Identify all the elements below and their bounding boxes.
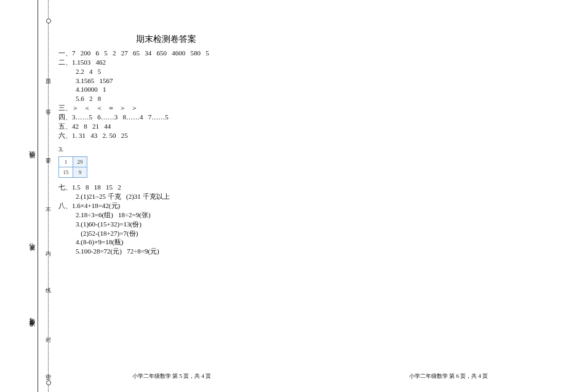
grid-r2c1: 15	[59, 167, 73, 178]
footer-right: 小学二年级数学 第 6 页，共 4 页	[409, 372, 488, 380]
answer-line-5: 4.10000 1	[58, 85, 305, 94]
answer-line-1: 一、7 200 6 5 2 27 65 34 650 4600 580 5	[58, 49, 305, 58]
solid-divider	[38, 0, 38, 392]
punch-circle-bottom	[46, 380, 51, 385]
answer-line-3: 2.2 4 5	[58, 67, 305, 76]
answer-line-7: 三、＞ ＜ ＜ ＝ ＞ ＞	[58, 103, 305, 113]
page-title: 期末检测卷答案	[58, 34, 274, 45]
margin-hint-5: 内	[44, 246, 52, 250]
answer-line-16: 3.(1)60-(15+32)=13(份)	[58, 220, 305, 229]
margin-hint-1: 题	[44, 74, 52, 78]
answer-line-10: 六、1. 31 43 2. 50 25	[58, 131, 305, 140]
answer-line-9: 五、42 8 21 44	[58, 122, 305, 131]
answer-line-14: 八、1.6×4+18=42(元)	[58, 201, 305, 210]
grid-r1c1: 1	[59, 157, 73, 167]
grid-r1c2: 29	[73, 157, 87, 167]
answer-line-6: 5.6 2 8	[58, 94, 305, 103]
answer-content: 期末检测卷答案 一、7 200 6 5 2 27 65 34 650 4600 …	[58, 34, 305, 256]
grid-r2c2: 9	[73, 167, 87, 178]
answer-line-12: 七、1.5 8 18 15 2	[58, 183, 305, 192]
margin-hint-7: 封	[44, 332, 52, 336]
answer-line-15: 2.18÷3=6(组) 18÷2=9(张)	[58, 210, 305, 220]
answer-line-17: (2)52-(18+27)=7(份)	[58, 229, 305, 238]
binding-margin: 班级： 姓名： 准考证号： 题 答 要 不 内 线 封 密	[0, 0, 50, 392]
answer-line-18: 4.(8-6)×9=18(瓶)	[58, 238, 305, 247]
footer-left: 小学二年级数学 第 5 页，共 4 页	[132, 372, 211, 380]
margin-hint-2: 答	[44, 105, 52, 108]
margin-hint-4: 不	[44, 203, 52, 207]
margin-hint-6: 线	[44, 283, 52, 287]
answer-line-8: 四、3……5 6……3 8……4 7……5	[58, 113, 305, 122]
class-label: 班级：	[28, 154, 36, 164]
answer-line-19: 5.100-28=72(元) 72÷8=9(元)	[58, 247, 305, 256]
answer-line-13: 2.(1)21~25 千克 (2)31 千克以上	[58, 192, 305, 201]
answer-grid: 1 29 15 9	[58, 156, 87, 178]
margin-hint-8: 密	[44, 369, 52, 373]
margin-hint-3: 要	[44, 154, 52, 158]
answer-line-4: 3.1565 1567	[58, 76, 305, 86]
exam-id-label: 准考证号：	[28, 320, 36, 332]
name-label: 姓名：	[28, 246, 36, 256]
answer-line-11: 3.	[58, 145, 305, 154]
punch-circle-top	[46, 18, 51, 23]
answer-line-2: 二、1.1503 462	[58, 58, 305, 67]
